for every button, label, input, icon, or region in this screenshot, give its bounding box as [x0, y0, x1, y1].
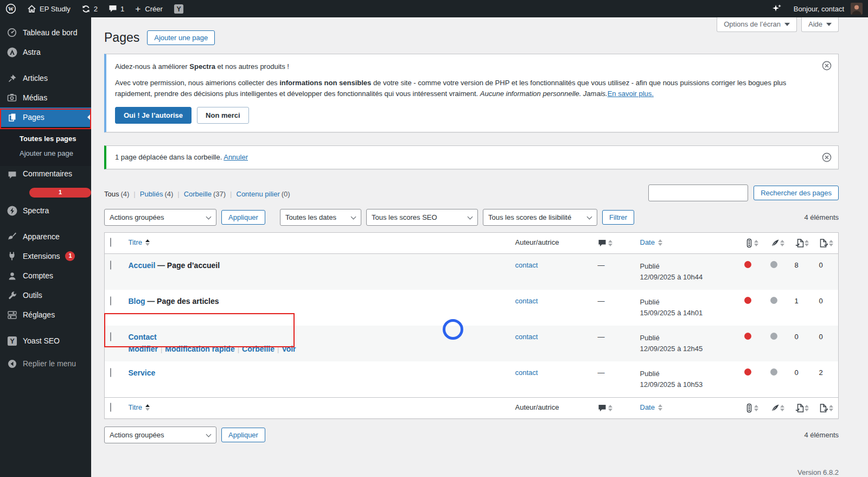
search-pages-button[interactable]: Rechercher des pages [754, 186, 839, 200]
sidebar-item-pages[interactable]: Pages [0, 107, 91, 127]
sidebar-item-tools[interactable]: Outils [0, 285, 91, 305]
collapse-icon [7, 358, 17, 369]
status: Publié [640, 298, 660, 306]
sidebar-item-collapse[interactable]: Replier le menu [0, 354, 91, 373]
site-name: EP Studly [40, 5, 71, 13]
updates-menu[interactable]: 2 [76, 0, 103, 17]
sort-arrows-icon [805, 240, 809, 246]
view-trash[interactable]: Corbeille(37) [173, 190, 226, 198]
page-title-link[interactable]: Contact [129, 333, 157, 341]
select-all-checkbox[interactable] [110, 238, 111, 247]
sparkles-icon[interactable] [765, 0, 788, 17]
seo-score-column-icon[interactable] [744, 238, 754, 248]
submenu-add-page[interactable]: Ajouter une page [0, 146, 91, 161]
wrench-icon [7, 290, 17, 301]
yoast-admin-bar-icon[interactable]: Y [168, 0, 189, 17]
filter-button[interactable]: Filtrer [602, 210, 634, 225]
trash-link[interactable]: Corbeille [242, 345, 275, 353]
comments-column-icon[interactable] [598, 404, 607, 412]
incoming-links-count: 0 [795, 333, 799, 341]
apply-button-bottom[interactable]: Appliquer [221, 428, 265, 442]
view-cornerstone[interactable]: Contenu pilier(0) [226, 190, 290, 198]
screen-meta-links: Options de l’écran Aide [717, 17, 839, 32]
learn-more-link[interactable]: En savoir plus. [608, 90, 654, 98]
edit-link[interactable]: Modifier [129, 345, 158, 353]
select-all-checkbox[interactable] [110, 403, 111, 412]
wordpress-logo-icon[interactable]: W [0, 0, 22, 17]
sidebar-item-yoast[interactable]: Y Yoast SEO [0, 331, 91, 351]
paintbrush-icon [7, 231, 17, 242]
page-title-link[interactable]: Blog [129, 297, 145, 306]
bulk-actions-select[interactable]: Actions groupées [104, 209, 216, 226]
page-title-link[interactable]: Accueil [129, 261, 156, 270]
help-button[interactable]: Aide [801, 17, 839, 32]
dismiss-icon[interactable] [822, 61, 832, 72]
undo-link[interactable]: Annuler [224, 153, 248, 161]
page-title-link[interactable]: Service [129, 368, 156, 377]
sort-date-header[interactable]: Date [640, 238, 662, 246]
sidebar-item-label: Commentaires [23, 169, 72, 178]
view-all[interactable]: Tous(4) [104, 190, 129, 198]
yoast-icon: Y [7, 335, 17, 346]
seo-score-column-icon[interactable] [744, 403, 754, 413]
author-link[interactable]: contact [515, 368, 538, 377]
row-checkbox[interactable] [110, 332, 111, 341]
dismiss-icon[interactable] [822, 152, 832, 164]
sort-date-header[interactable]: Date [640, 403, 662, 411]
incoming-links-column-icon[interactable] [795, 238, 805, 248]
sidebar-item-settings[interactable]: Réglages [0, 305, 91, 325]
readability-dot [770, 261, 777, 268]
site-menu[interactable]: EP Studly [22, 0, 76, 17]
view-link[interactable]: Voir [282, 345, 296, 353]
author-link[interactable]: contact [515, 261, 538, 269]
sidebar-item-media[interactable]: Médias [0, 88, 91, 107]
account-menu[interactable]: Bonjour, contact [788, 0, 868, 17]
bulk-actions-select-bottom[interactable]: Actions groupées [104, 427, 216, 443]
comments-column-icon[interactable] [598, 239, 607, 247]
new-content-menu[interactable]: + Créer [130, 0, 168, 17]
comments-menu[interactable]: 1 [103, 0, 130, 17]
row-checkbox[interactable] [110, 296, 111, 306]
sidebar-item-plugins[interactable]: Extensions 1 [0, 246, 91, 266]
apply-button[interactable]: Appliquer [221, 210, 265, 225]
search-input[interactable] [648, 185, 748, 201]
incoming-links-column-icon[interactable] [795, 403, 805, 413]
status: Publié [640, 262, 660, 270]
chevron-down-icon [206, 431, 212, 437]
submenu-all-pages[interactable]: Toutes les pages [0, 131, 91, 146]
outgoing-links-column-icon[interactable] [819, 403, 829, 413]
readability-filter-select[interactable]: Tous les scores de lisibilité [483, 209, 597, 226]
row-checkbox[interactable] [110, 260, 111, 270]
sidebar-item-comments[interactable]: Commentaires 1 [0, 166, 91, 201]
sort-arrows-icon [805, 405, 809, 411]
readability-dot [770, 297, 777, 304]
svg-text:Y: Y [10, 338, 15, 345]
sidebar-item-spectra[interactable]: Spectra [0, 201, 91, 220]
quick-edit-link[interactable]: Modification rapide [165, 345, 234, 353]
sort-title-header[interactable]: Titre [129, 238, 150, 246]
row-checkbox[interactable] [110, 368, 111, 377]
sidebar-item-users[interactable]: Comptes [0, 266, 91, 285]
wordpress-admin: W EP Studly 2 1 + Créer Y [0, 0, 868, 477]
readability-column-icon[interactable] [770, 403, 780, 413]
dates-filter-select[interactable]: Toutes les dates [280, 209, 361, 226]
sort-title-header[interactable]: Titre [129, 403, 150, 411]
sidebar-item-astra[interactable]: Astra [0, 42, 91, 62]
outgoing-links-column-icon[interactable] [819, 238, 829, 248]
sidebar-item-appearance[interactable]: Apparence [0, 227, 91, 246]
sidebar-item-posts[interactable]: Articles [0, 68, 91, 88]
author-link[interactable]: contact [515, 297, 538, 305]
incoming-links-count: 0 [795, 368, 799, 377]
add-page-button[interactable]: Ajouter une page [147, 30, 215, 45]
sort-arrows-icon [608, 240, 612, 246]
allow-tracking-button[interactable]: Oui ! Je l’autorise [115, 107, 192, 124]
seo-score-filter-select[interactable]: Tous les scores SEO [366, 209, 478, 226]
author-link[interactable]: contact [515, 333, 538, 341]
screen-options-button[interactable]: Options de l’écran [717, 17, 797, 32]
view-published[interactable]: Publiés(4) [129, 190, 173, 198]
sidebar-item-dashboard[interactable]: Tableau de bord [0, 23, 91, 42]
deny-tracking-button[interactable]: Non merci [197, 107, 249, 124]
date: 15/09/2025 à 14h01 [640, 309, 703, 317]
sidebar-item-label: Comptes [23, 271, 53, 280]
readability-column-icon[interactable] [770, 238, 780, 248]
